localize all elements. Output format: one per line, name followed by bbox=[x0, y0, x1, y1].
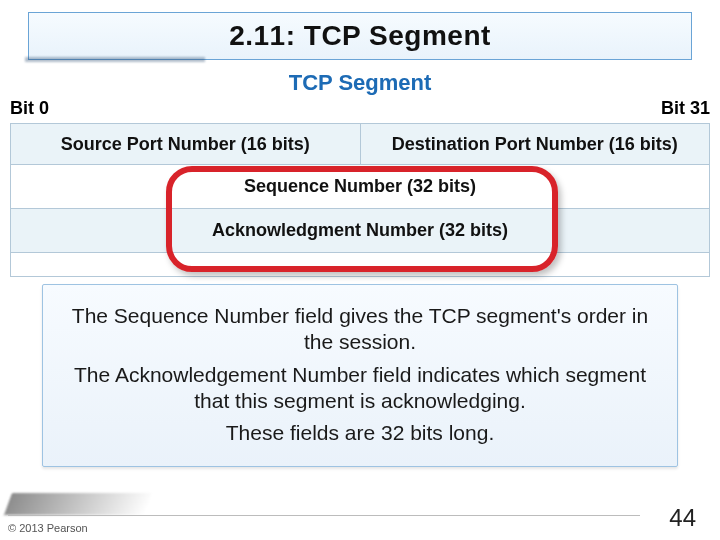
bit-index-row: Bit 0 Bit 31 bbox=[10, 98, 710, 119]
bit-left-label: Bit 0 bbox=[10, 98, 49, 119]
row-ack-number: Acknowledgment Number (32 bits) bbox=[11, 208, 709, 252]
page-number: 44 bbox=[669, 504, 696, 532]
tcp-segment-table: Source Port Number (16 bits) Destination… bbox=[10, 123, 710, 277]
diagram-subtitle: TCP Segment bbox=[0, 70, 720, 96]
explanation-line-1: The Sequence Number field gives the TCP … bbox=[65, 303, 655, 356]
cell-blank bbox=[11, 253, 709, 276]
cell-dest-port: Destination Port Number (16 bits) bbox=[360, 124, 710, 164]
row-ports: Source Port Number (16 bits) Destination… bbox=[11, 124, 709, 164]
cell-sequence-number: Sequence Number (32 bits) bbox=[11, 165, 709, 208]
explanation-line-2: The Acknowledgement Number field indicat… bbox=[65, 362, 655, 415]
bit-right-label: Bit 31 bbox=[661, 98, 710, 119]
explanation-panel: The Sequence Number field gives the TCP … bbox=[42, 284, 678, 467]
explanation-line-3: These fields are 32 bits long. bbox=[65, 420, 655, 446]
slide-title-bar: 2.11: TCP Segment bbox=[28, 12, 692, 60]
copyright-text: © 2013 Pearson bbox=[8, 522, 88, 534]
footer-divider bbox=[8, 515, 640, 516]
cell-ack-number: Acknowledgment Number (32 bits) bbox=[11, 209, 709, 252]
slide-title: 2.11: TCP Segment bbox=[229, 20, 491, 52]
cell-source-port: Source Port Number (16 bits) bbox=[11, 124, 360, 164]
row-continuation bbox=[11, 252, 709, 276]
decorative-shadow bbox=[4, 493, 152, 515]
row-sequence-number: Sequence Number (32 bits) bbox=[11, 164, 709, 208]
